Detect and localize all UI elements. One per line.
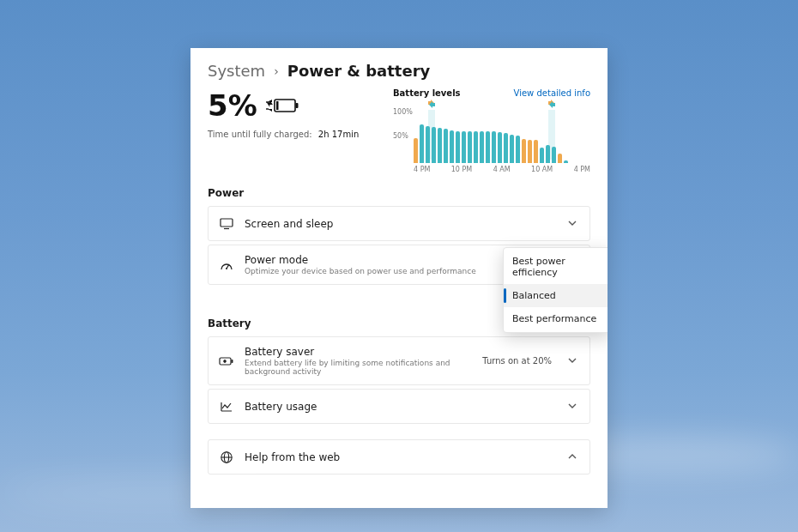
battery-saver-card[interactable]: Battery saver Extend battery life by lim… — [208, 336, 590, 385]
page-title: Power & battery — [287, 62, 431, 80]
chart-bar — [552, 147, 556, 163]
chart-charge-markers — [414, 100, 590, 112]
chart-bar — [522, 139, 526, 163]
chart-title: Battery levels — [393, 88, 461, 98]
chart-bar — [420, 124, 424, 163]
chart-bar — [468, 131, 472, 163]
gauge-icon — [219, 259, 234, 271]
power-mode-option[interactable]: Balanced — [504, 284, 608, 307]
svg-rect-1 — [295, 103, 298, 108]
chart-bar — [504, 133, 508, 163]
chart-bar — [510, 135, 514, 163]
settings-power-battery-page: System › Power & battery 5% — [190, 48, 608, 508]
charge-time-label: Time until fully charged: — [208, 130, 312, 139]
screen-icon — [219, 218, 234, 230]
breadcrumb-parent[interactable]: System — [208, 62, 265, 80]
chart-bar — [558, 154, 562, 163]
svg-rect-2 — [276, 101, 279, 110]
chart-y-tick: 50% — [393, 132, 408, 140]
chart-y-tick: 100% — [393, 108, 413, 116]
chevron-up-icon — [567, 449, 579, 465]
chart-bar — [462, 131, 466, 163]
card-subtitle: Extend battery life by limiting some not… — [245, 359, 472, 376]
chart-x-tick: 4 PM — [414, 166, 430, 173]
chart-bar — [516, 136, 520, 163]
battery-saver-icon — [219, 356, 234, 366]
battery-usage-card[interactable]: Battery usage — [208, 389, 590, 424]
section-header-power: Power — [208, 187, 590, 199]
charge-time-value: 2h 17min — [318, 130, 359, 139]
chart-x-tick: 4 AM — [493, 166, 511, 173]
battery-charging-icon — [266, 97, 300, 114]
power-mode-dropdown[interactable]: Best power efficiencyBalancedBest perfor… — [503, 247, 608, 333]
card-title: Help from the web — [245, 451, 557, 463]
battery-status: 5% Time until fully charged: — [208, 88, 386, 139]
chart-bar — [456, 131, 460, 163]
chevron-right-icon: › — [274, 64, 279, 78]
chart-bar — [546, 145, 550, 163]
breadcrumb: System › Power & battery — [208, 62, 590, 80]
battery-saver-threshold: Turns on at 20% — [482, 356, 552, 366]
chart-bar — [414, 138, 418, 163]
chart-bar — [534, 140, 538, 163]
chart-bar — [444, 129, 448, 163]
card-title: Battery usage — [245, 401, 557, 413]
chart-line-icon — [219, 401, 234, 413]
chevron-down-icon — [567, 353, 579, 369]
chart-bar — [498, 132, 502, 163]
power-mode-option[interactable]: Best performance — [504, 307, 608, 330]
help-from-web-card[interactable]: Help from the web — [208, 439, 590, 475]
svg-rect-10 — [232, 360, 233, 363]
chart-x-tick: 10 AM — [531, 166, 553, 173]
globe-icon — [219, 450, 234, 464]
chart-bar — [450, 130, 454, 163]
chart-bars — [414, 112, 590, 163]
power-mode-option[interactable]: Best power efficiency — [504, 250, 608, 284]
chart-x-tick: 10 PM — [451, 166, 472, 173]
svg-point-8 — [226, 268, 227, 269]
view-detailed-info-link[interactable]: View detailed info — [514, 88, 590, 98]
chart-bar — [564, 160, 568, 163]
battery-levels-chart: Battery levels View detailed info 100% 5… — [393, 88, 590, 173]
screen-and-sleep-card[interactable]: Screen and sleep — [208, 206, 590, 241]
chart-x-axis: 4 PM10 PM4 AM10 AM4 PM — [414, 166, 590, 173]
chevron-down-icon — [567, 398, 579, 414]
chart-bar — [528, 140, 532, 163]
chart-x-tick: 4 PM — [574, 166, 590, 173]
chart-bar — [486, 131, 490, 163]
card-title: Screen and sleep — [245, 218, 557, 230]
chart-bar — [474, 131, 478, 163]
card-title: Battery saver — [245, 346, 472, 358]
chart-bar — [426, 126, 430, 163]
chart-bar — [438, 128, 442, 163]
chevron-down-icon — [567, 215, 579, 232]
svg-rect-5 — [221, 219, 233, 227]
battery-percent: 5% — [208, 88, 257, 123]
chart-bar — [492, 131, 496, 163]
chart-bar — [540, 148, 544, 163]
chart-bar — [480, 131, 484, 163]
chart-bar — [432, 127, 436, 163]
